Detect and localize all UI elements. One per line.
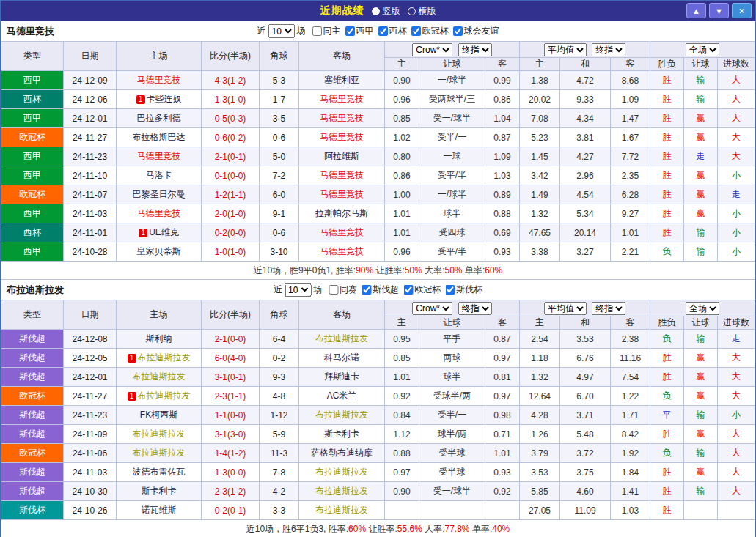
team-name-link[interactable]: 塞维利亚 [324, 75, 359, 85]
odds-stage-select[interactable]: 终指 [458, 43, 492, 56]
checkbox-input[interactable] [378, 26, 388, 36]
match-count-select[interactable]: 10 [285, 283, 311, 297]
filter-checkbox[interactable]: 西甲 [345, 25, 374, 37]
cell-avg-draw: 3.27 [560, 242, 611, 262]
match-count-select[interactable]: 10 [268, 24, 295, 38]
bookmaker-select[interactable]: Crow* [412, 302, 452, 315]
league-badge: 西甲 [1, 147, 64, 166]
team-name-link[interactable]: 马德里竞技 [320, 189, 364, 199]
team-name-link[interactable]: 马德里竞技 [320, 246, 364, 256]
score-halftime: 2-1(0-1) [202, 147, 260, 166]
checkbox-input[interactable] [312, 26, 322, 36]
filter-checkbox[interactable]: 欧冠杯 [403, 284, 441, 296]
filter-checkbox[interactable]: 同赛 [329, 284, 357, 296]
checkbox-input[interactable] [362, 285, 371, 295]
team-name-link[interactable]: 布拉迪斯拉发 [315, 467, 368, 477]
team-name-link[interactable]: 卡些连奴 [147, 94, 182, 104]
average-select[interactable]: 平均值 [544, 43, 587, 56]
cell-avg-away: 2.35 [611, 166, 650, 185]
team-name-link[interactable]: 马德里竞技 [320, 94, 364, 104]
move-up-button[interactable]: ▲ [686, 3, 706, 18]
layout-radio-horizontal[interactable]: 横版 [408, 5, 436, 18]
home-team-cell: 1卡些连奴 [117, 90, 202, 109]
team-name-link[interactable]: 科马尔诺 [324, 352, 359, 363]
team-name-link[interactable]: 阿拉维斯 [324, 151, 359, 161]
team-name-link[interactable]: 布拉格斯巴达 [133, 132, 186, 142]
results-table-atletico: 类型 日期 主场 比分(半场) 角球 客场 Crow* 终指 平均值 终指 [1, 41, 755, 262]
team-name-link[interactable]: 马德里竞技 [137, 208, 181, 218]
team-name-link[interactable]: 马德里竞技 [320, 113, 364, 123]
filter-checkbox[interactable]: 斯伐超 [362, 284, 399, 296]
filter-checkbox[interactable]: 西杯 [378, 25, 407, 37]
cell-odds-home [385, 501, 419, 520]
team-name-link[interactable]: 马德里竞技 [320, 132, 364, 142]
team-name-link[interactable]: FK柯西斯 [140, 410, 177, 420]
summary-segment: 让胜率: [373, 265, 405, 275]
league-badge: 欧冠杯 [1, 185, 64, 204]
cell-avg-draw: 4.60 [560, 482, 611, 501]
team-name-link[interactable]: 斯利纳 [146, 333, 172, 344]
home-team-cell: 皇家贝蒂斯 [117, 242, 202, 262]
team-name-link[interactable]: 布拉迪斯拉发 [133, 371, 186, 382]
team-name-link[interactable]: 斯卡利卡 [142, 486, 177, 496]
scope-select[interactable]: 全场 [686, 302, 719, 315]
away-team-cell: 拉斯帕尔马斯 [299, 204, 385, 223]
corners: 1-12 [260, 406, 299, 425]
team-name-link[interactable]: 布拉迪斯拉发 [133, 448, 186, 458]
team-name-link[interactable]: 布拉迪斯拉发 [315, 486, 368, 496]
team-name-link[interactable]: 布拉迪斯拉发 [133, 429, 186, 439]
team-name-link[interactable]: AC米兰 [327, 390, 357, 401]
checkbox-input[interactable] [453, 26, 463, 36]
close-button[interactable]: × [732, 3, 752, 18]
checkbox-input[interactable] [345, 26, 355, 36]
score-halftime: 0-5(0-3) [202, 109, 260, 128]
layout-radio-vertical[interactable]: 竖版 [372, 5, 400, 18]
average-select[interactable]: 平均值 [544, 302, 587, 315]
team-name-link[interactable]: 布拉迪斯拉发 [315, 333, 368, 344]
team-name-link[interactable]: 斯卡利卡 [324, 429, 359, 439]
team-name-link[interactable]: 巴拉多利德 [137, 113, 181, 123]
away-team-cell: 萨格勒布迪纳摩 [299, 444, 385, 463]
team-name-link[interactable]: 拜斯迪卡 [324, 371, 359, 382]
cell-odds-home: 1.01 [385, 223, 419, 242]
team-name-link[interactable]: 拉斯帕尔马斯 [315, 208, 368, 218]
filter-checkbox[interactable]: 同主 [312, 25, 341, 37]
cell-avg-draw: 3.81 [560, 128, 611, 147]
league-badge: 斯伐超 [1, 425, 64, 444]
filter-checkbox[interactable]: 球会友谊 [453, 25, 499, 37]
bookmaker-select[interactable]: Crow* [412, 43, 452, 56]
result-handicap: 输 [684, 406, 718, 425]
result-outcome: 平 [650, 406, 684, 425]
team-name-link[interactable]: 波德布雷佐瓦 [133, 467, 186, 477]
cell-avg-away: 1.71 [611, 406, 650, 425]
match-row: 斯伐超24-10-30斯卡利卡2-3(1-2)4-2布拉迪斯拉发0.90受一/球… [1, 482, 755, 501]
avg-stage-select[interactable]: 终指 [592, 302, 625, 315]
team-name-link[interactable]: 布拉迪斯拉发 [138, 390, 191, 401]
team-name-link[interactable]: 马德里竞技 [137, 151, 181, 161]
avg-stage-select[interactable]: 终指 [592, 43, 625, 56]
move-down-button[interactable]: ▼ [709, 3, 729, 18]
team-name-link[interactable]: 诺瓦维斯 [142, 505, 177, 515]
checkbox-input[interactable] [445, 285, 455, 295]
team-name-link[interactable]: 皇家贝蒂斯 [137, 246, 181, 256]
team-name-link[interactable]: 马德里竞技 [320, 227, 364, 237]
team-name-link[interactable]: 马德里竞技 [137, 75, 181, 85]
cell-avg-draw: 11.09 [560, 501, 611, 520]
result-goals: 小 [718, 406, 755, 425]
checkbox-input[interactable] [411, 26, 421, 36]
team-name-link[interactable]: 布拉迪斯拉发 [138, 352, 191, 363]
team-name-link[interactable]: 布拉迪斯拉发 [315, 410, 368, 420]
team-name-link[interactable]: 巴黎圣日尔曼 [133, 189, 186, 199]
team-name-link[interactable]: 萨格勒布迪纳摩 [311, 448, 373, 458]
filter-checkbox[interactable]: 欧冠杯 [411, 25, 449, 37]
scope-select[interactable]: 全场 [686, 43, 719, 56]
team-name-link[interactable]: 马德里竞技 [320, 170, 364, 180]
team-name-link[interactable]: 布拉迪斯拉发 [315, 505, 368, 515]
checkbox-input[interactable] [329, 285, 338, 295]
team-name-link[interactable]: 马洛卡 [146, 170, 172, 180]
checkbox-input[interactable] [403, 285, 413, 295]
team-name-link[interactable]: UE维克 [149, 227, 179, 237]
odds-stage-select[interactable]: 终指 [458, 302, 492, 315]
filter-checkbox[interactable]: 斯伐杯 [445, 284, 482, 296]
cell-odds-away [485, 501, 520, 520]
